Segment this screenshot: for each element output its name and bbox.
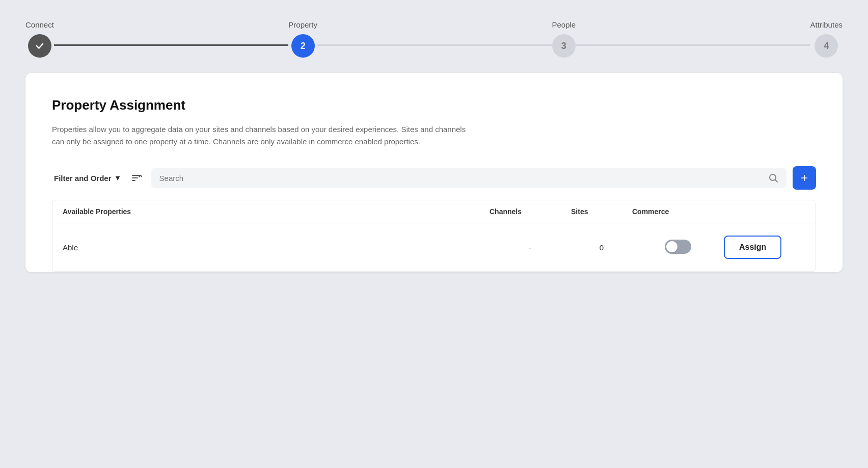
svg-line-4 <box>775 180 778 183</box>
chevron-down-icon: ▾ <box>116 173 120 183</box>
step-connect: Connect <box>25 20 54 58</box>
step-people-circle: 3 <box>552 34 576 58</box>
step-attributes: Attributes 4 <box>810 20 843 58</box>
step-property: Property 2 <box>288 20 317 58</box>
toolbar: Filter and Order ▾ + <box>52 166 816 190</box>
col-action <box>724 207 805 216</box>
table-row: Able - 0 Assign <box>52 223 816 272</box>
filter-order-label: Filter and Order <box>54 174 112 183</box>
step-people-label: People <box>552 20 576 29</box>
stepper: Connect Property 2 People 3 Attributes 4 <box>25 20 843 58</box>
connector-2 <box>317 44 552 46</box>
search-container <box>151 168 786 188</box>
add-icon: + <box>801 171 808 185</box>
search-input[interactable] <box>159 174 763 183</box>
toggle-track <box>665 240 691 254</box>
property-name: Able <box>63 243 490 252</box>
step-connect-label: Connect <box>25 20 54 29</box>
col-channels: Channels <box>490 207 571 216</box>
step-attributes-label: Attributes <box>810 20 843 29</box>
add-button[interactable]: + <box>793 166 816 190</box>
sort-button[interactable] <box>128 169 145 187</box>
main-card: Property Assignment Properties allow you… <box>25 73 843 272</box>
col-commerce: Commerce <box>632 207 724 216</box>
page-description: Properties allow you to aggregate data o… <box>52 123 470 148</box>
check-icon <box>35 41 45 51</box>
filter-order-button[interactable]: Filter and Order ▾ <box>52 169 122 187</box>
property-action: Assign <box>724 236 805 259</box>
property-sites: 0 <box>571 243 632 252</box>
step-property-label: Property <box>288 20 317 29</box>
search-icon <box>768 173 778 183</box>
step-attributes-circle: 4 <box>815 34 838 58</box>
step-connect-circle <box>28 34 51 58</box>
commerce-toggle-label[interactable] <box>665 240 691 254</box>
toggle-thumb <box>666 241 677 252</box>
property-commerce-toggle[interactable] <box>632 240 724 255</box>
table-header: Available Properties Channels Sites Comm… <box>52 200 816 223</box>
step-property-number: 2 <box>301 41 306 51</box>
step-people: People 3 <box>552 20 576 58</box>
step-people-number: 3 <box>561 41 566 51</box>
connector-3 <box>576 44 810 46</box>
page-title: Property Assignment <box>52 97 816 113</box>
step-property-circle: 2 <box>291 34 315 58</box>
sort-icon <box>131 172 142 184</box>
col-sites: Sites <box>571 207 632 216</box>
step-attributes-number: 4 <box>824 41 829 51</box>
property-channels: - <box>490 243 571 252</box>
col-available-properties: Available Properties <box>63 207 490 216</box>
connector-1 <box>54 44 288 46</box>
properties-table: Available Properties Channels Sites Comm… <box>52 200 816 272</box>
search-button[interactable] <box>768 173 778 183</box>
assign-button[interactable]: Assign <box>724 236 781 259</box>
